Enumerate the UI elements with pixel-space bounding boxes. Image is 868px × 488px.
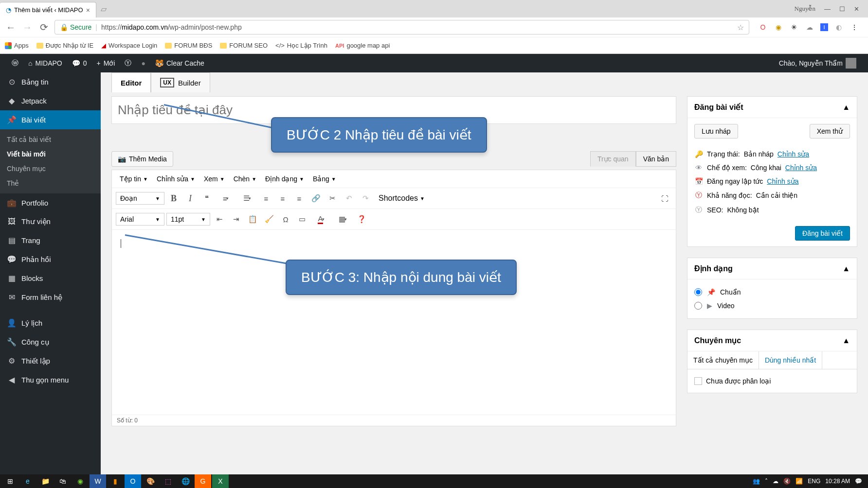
app-icon-2[interactable]: ▮ bbox=[107, 474, 124, 488]
tray-wifi-icon[interactable]: 📶 bbox=[796, 478, 803, 485]
text-tab[interactable]: Văn bản bbox=[636, 151, 676, 167]
site-link[interactable]: ⌂MIDAPO bbox=[23, 54, 67, 72]
user-greeting[interactable]: Chào, Nguyễn Thẩm bbox=[774, 54, 861, 72]
app-icon-3[interactable]: ⬚ bbox=[160, 474, 176, 488]
format-select[interactable]: Đoạn▼ bbox=[116, 192, 164, 205]
opera-icon[interactable]: O bbox=[758, 22, 768, 32]
excel-icon[interactable]: X bbox=[212, 474, 229, 488]
tab-most-used[interactable]: Dùng nhiều nhất bbox=[759, 351, 822, 369]
tray-volume-icon[interactable]: 🔇 bbox=[783, 478, 791, 485]
app-icon-4[interactable]: G bbox=[195, 474, 211, 488]
window-maximize-icon[interactable]: ☐ bbox=[839, 5, 845, 13]
format-standard-row[interactable]: 📌 Chuẩn bbox=[694, 285, 850, 299]
format-heading[interactable]: Định dạng▲ bbox=[687, 258, 857, 279]
paste-button[interactable]: 📋 bbox=[245, 212, 260, 227]
publish-heading[interactable]: Đăng bài viết▲ bbox=[687, 97, 857, 118]
submenu-all-posts[interactable]: Tất cả bài viết bbox=[0, 132, 101, 147]
category-uncategorized[interactable]: Chưa được phân loại bbox=[694, 375, 850, 387]
tray-people-icon[interactable]: 👥 bbox=[753, 478, 760, 485]
bookmark-5[interactable]: </>Học Lập Trình bbox=[275, 42, 327, 49]
outlook-icon[interactable]: O bbox=[125, 474, 141, 488]
nav-back-icon[interactable]: ← bbox=[5, 22, 17, 33]
explorer-icon[interactable]: 📁 bbox=[37, 474, 54, 488]
window-minimize-icon[interactable]: — bbox=[824, 5, 831, 13]
start-button[interactable]: ⊞ bbox=[2, 474, 18, 488]
chrome-icon[interactable]: 🌐 bbox=[177, 474, 194, 488]
read-more-button[interactable]: ▭ bbox=[295, 212, 309, 227]
align-right-button[interactable]: ≡ bbox=[292, 191, 307, 206]
clear-format-button[interactable]: 🧹 bbox=[262, 212, 276, 227]
chrome-menu-icon[interactable]: ⋮ bbox=[850, 22, 859, 32]
unlink-button[interactable]: ✂ bbox=[325, 191, 340, 206]
indent-button[interactable]: ⇥ bbox=[229, 212, 243, 227]
italic-button[interactable]: I bbox=[183, 191, 198, 206]
undo-button[interactable]: ↶ bbox=[342, 191, 356, 206]
submenu-tags[interactable]: Thẻ bbox=[0, 176, 101, 191]
font-select[interactable]: Arial▼ bbox=[116, 213, 164, 226]
menu-comments[interactable]: 💬Phản hồi bbox=[0, 250, 101, 269]
save-draft-button[interactable]: Lưu nháp bbox=[694, 124, 738, 139]
apps-button[interactable]: Apps bbox=[5, 42, 29, 49]
align-left-button[interactable]: ≡ bbox=[259, 191, 273, 206]
star-icon[interactable]: ☆ bbox=[737, 23, 744, 32]
publish-button[interactable]: Đăng bài viết bbox=[795, 226, 850, 241]
submenu-new-post[interactable]: Viết bài mới bbox=[0, 147, 101, 161]
app-icon-1[interactable]: ◉ bbox=[72, 474, 89, 488]
outdent-button[interactable]: ⇤ bbox=[212, 212, 227, 227]
status-dot-icon[interactable]: ● bbox=[136, 54, 150, 72]
menu-file[interactable]: Tệp tin▼ bbox=[116, 173, 152, 185]
menu-edit[interactable]: Chỉnh sửa▼ bbox=[153, 173, 199, 185]
window-close-icon[interactable]: ✕ bbox=[854, 5, 859, 13]
edit-status-link[interactable]: Chỉnh sửa bbox=[778, 150, 809, 158]
menu-insert[interactable]: Chèn▼ bbox=[230, 173, 260, 185]
shortcodes-menu[interactable]: Shortcodes▼ bbox=[375, 192, 429, 205]
number-list-button[interactable]: ☰▾ bbox=[237, 191, 257, 206]
yoast-icon[interactable]: Ⓨ bbox=[120, 54, 136, 72]
edge-icon[interactable]: e bbox=[19, 474, 36, 488]
comments-link[interactable]: 💬0 bbox=[67, 54, 92, 72]
text-color-button[interactable]: A▾ bbox=[311, 212, 331, 227]
nav-reload-icon[interactable]: ⟳ bbox=[38, 21, 50, 33]
bold-button[interactable]: B bbox=[166, 191, 181, 206]
new-content-link[interactable]: +Mới bbox=[92, 54, 120, 72]
add-media-button[interactable]: 📷Thêm Media bbox=[111, 151, 173, 167]
menu-posts[interactable]: 📌Bài viết bbox=[0, 110, 101, 129]
checkbox[interactable] bbox=[694, 377, 702, 385]
ext-icon-2[interactable]: ✳ bbox=[789, 22, 799, 32]
nav-forward-icon[interactable]: → bbox=[21, 22, 33, 33]
bookmark-6[interactable]: APIgoogle map api bbox=[335, 42, 390, 49]
blockquote-button[interactable]: ❝ bbox=[199, 191, 214, 206]
edit-schedule-link[interactable]: Chỉnh sửa bbox=[767, 177, 798, 185]
categories-heading[interactable]: Chuyên mục▲ bbox=[687, 330, 857, 351]
paint-icon[interactable]: 🎨 bbox=[142, 474, 159, 488]
menu-profile[interactable]: 👤Lý lịch bbox=[0, 314, 101, 332]
bookmark-1[interactable]: Được Nhập từ IE bbox=[36, 42, 93, 49]
ext-icon-1[interactable]: ◉ bbox=[774, 22, 783, 32]
format-standard-radio[interactable] bbox=[694, 288, 702, 296]
menu-tools[interactable]: 🔧Công cụ bbox=[0, 332, 101, 351]
tray-clock[interactable]: 10:28 AM bbox=[825, 478, 850, 485]
special-char-button[interactable]: Ω bbox=[278, 212, 293, 227]
menu-collapse[interactable]: ◀Thu gọn menu bbox=[0, 370, 101, 389]
help-button[interactable]: ❓ bbox=[354, 212, 369, 227]
menu-blocks[interactable]: ▦Blocks bbox=[0, 269, 101, 288]
url-input[interactable]: 🔒 Secure | https://midapo.com.vn/wp-admi… bbox=[54, 20, 749, 35]
tab-all-categories[interactable]: Tất cả chuyên mục bbox=[687, 351, 759, 369]
tab-close-icon[interactable]: × bbox=[86, 6, 90, 14]
ext-icon-3[interactable]: ☁ bbox=[805, 22, 814, 32]
table-button[interactable]: ▦▾ bbox=[333, 212, 352, 227]
menu-dashboard[interactable]: ⊙Bảng tin bbox=[0, 72, 101, 91]
bookmark-4[interactable]: FORUM SEO bbox=[220, 42, 268, 49]
menu-view[interactable]: Xem▼ bbox=[200, 173, 229, 185]
store-icon[interactable]: 🛍 bbox=[54, 474, 71, 488]
menu-media[interactable]: 🖼Thư viện bbox=[0, 212, 101, 231]
fontsize-select[interactable]: 11pt▼ bbox=[166, 213, 210, 226]
menu-portfolio[interactable]: 💼Portfolio bbox=[0, 193, 101, 212]
format-video-radio[interactable] bbox=[694, 302, 702, 310]
tray-notifications-icon[interactable]: 💬 bbox=[855, 478, 862, 485]
visual-tab[interactable]: Trực quan bbox=[590, 151, 636, 167]
link-button[interactable]: 🔗 bbox=[308, 191, 323, 206]
tray-lang[interactable]: ENG bbox=[808, 478, 820, 485]
menu-format[interactable]: Định dạng▼ bbox=[261, 173, 308, 185]
menu-table[interactable]: Bảng▼ bbox=[309, 173, 340, 185]
